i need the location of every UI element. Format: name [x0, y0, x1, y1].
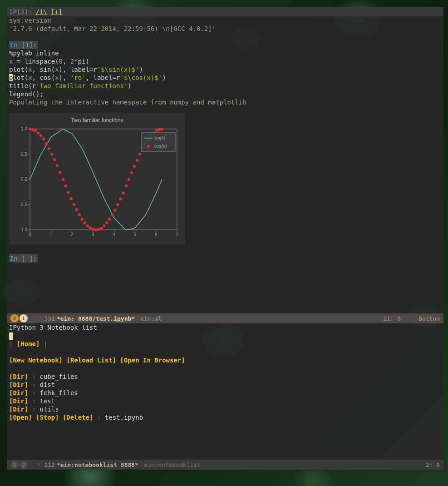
svg-point-38: [59, 171, 61, 174]
svg-point-63: [128, 178, 130, 181]
svg-point-64: [130, 171, 133, 174]
home-link[interactable]: [Home]: [17, 340, 40, 347]
code-line[interactable]: title(r'Two familiar functions'): [7, 82, 443, 90]
svg-point-43: [73, 203, 75, 206]
list-item: [Dir] : cube_files: [9, 372, 442, 381]
svg-point-65: [133, 165, 136, 168]
badge-window-number: 2: [10, 461, 19, 469]
tab-current[interactable]: /1\: [36, 8, 47, 15]
dir-link[interactable]: [Dir]: [9, 381, 28, 388]
dir-link[interactable]: [Dir]: [9, 373, 28, 380]
chart-title: Two familiar functions: [13, 116, 182, 124]
stop-button[interactable]: [Stop]: [36, 414, 59, 421]
svg-point-31: [39, 134, 42, 137]
modeline-bottom: 2 2 * 212 *ein:notebooklist 8888* ein:no…: [7, 460, 443, 470]
list-item: [Open] [Stop] [Delete] : test.ipynb: [9, 413, 442, 422]
cell-prompt: In [1]:: [7, 41, 443, 49]
new-notebook-button[interactable]: [New Notebook]: [9, 357, 63, 364]
svg-point-62: [125, 184, 128, 187]
svg-point-42: [70, 197, 73, 200]
code-line[interactable]: %pylab inline: [7, 49, 443, 57]
buffer-name: *ein:notebooklist 8888*: [57, 461, 138, 468]
cursor: [9, 332, 13, 340]
badge-buffer-number: 2: [20, 461, 28, 469]
svg-point-73: [155, 129, 158, 132]
notebook-pane[interactable]: IP[3]: /1\ [+] sys.version '2.7.6 (defau…: [7, 7, 443, 313]
svg-text:1: 1: [50, 232, 53, 237]
notebook-name: test.ipynb: [105, 414, 143, 421]
svg-point-50: [92, 228, 94, 231]
delete-button[interactable]: [Delete]: [63, 414, 93, 421]
svg-point-57: [111, 213, 113, 216]
svg-point-47: [84, 221, 86, 224]
svg-point-51: [94, 228, 97, 231]
svg-point-79: [147, 145, 150, 148]
separator-icon: –: [30, 315, 40, 322]
dir-link[interactable]: [Dir]: [9, 389, 28, 397]
emacs-frame: IP[3]: /1\ [+] sys.version '2.7.6 (defau…: [7, 7, 443, 470]
open-browser-button[interactable]: [Open In Browser]: [120, 357, 185, 364]
dir-link[interactable]: [Dir]: [9, 397, 28, 405]
reload-list-button[interactable]: [Reload List]: [66, 357, 116, 364]
badge-buffer-number: 1: [20, 314, 28, 322]
code-line[interactable]: plot(x, cos(x), 'ro', label=r'$\cos(x)$'…: [7, 74, 443, 82]
modeline-top: 2 1 – 331 *ein: 8888/test.ipynb* ein:ml …: [7, 313, 443, 323]
dir-link[interactable]: [Dir]: [9, 406, 28, 413]
code-line[interactable]: plot(x, sin(x), label=r'$\sin(x)$'): [7, 65, 443, 74]
svg-text:3: 3: [92, 232, 94, 237]
plot-output: Two familiar functions 01234567-1.0-0.50…: [9, 113, 185, 244]
svg-point-32: [42, 138, 45, 140]
chart-svg: 01234567-1.0-0.50.00.51.0sin(x)cos(x): [13, 126, 182, 239]
svg-point-45: [78, 213, 81, 216]
modeline-position: 11: 0 Bottom: [383, 315, 443, 322]
list-item: [Dir] : utils: [9, 405, 442, 413]
svg-text:0.0: 0.0: [21, 177, 27, 182]
svg-text:5: 5: [134, 232, 137, 237]
notebooklist-pane[interactable]: IPython 3 Notebook list | [Home] | [New …: [7, 323, 443, 470]
notebooklist-title: IPython 3 Notebook list: [9, 323, 442, 332]
open-button[interactable]: [Open]: [9, 414, 32, 421]
output-line: sys.version: [7, 16, 443, 25]
svg-point-59: [116, 203, 119, 206]
tab-header: IP[3]: /1\ [+]: [7, 7, 443, 16]
dir-name: cube_files: [39, 373, 78, 380]
svg-point-33: [45, 142, 48, 145]
svg-point-66: [136, 159, 138, 162]
svg-point-29: [34, 129, 37, 132]
tab-new-button[interactable]: [+]: [51, 8, 62, 15]
dir-name: utils: [39, 406, 59, 413]
buffer-name: *ein: 8888/test.ipynb*: [57, 315, 135, 322]
output-line: '2.7.6 (default, Mar 22 2014, 22:59:56) …: [7, 25, 443, 33]
svg-text:1.0: 1.0: [21, 126, 27, 131]
svg-text:sin(x): sin(x): [154, 135, 165, 140]
empty-cell[interactable]: [7, 263, 443, 271]
svg-point-61: [122, 192, 124, 194]
svg-point-54: [103, 224, 105, 227]
svg-point-52: [97, 228, 100, 231]
svg-point-36: [53, 159, 56, 161]
notebooklist-content[interactable]: IPython 3 Notebook list | [Home] | [New …: [7, 323, 443, 460]
major-mode: ein:notebooklist: [144, 461, 201, 468]
dir-name: test: [39, 397, 55, 405]
list-item: [Dir] : dist: [9, 381, 442, 389]
svg-text:0.5: 0.5: [21, 152, 27, 157]
svg-point-35: [50, 153, 53, 155]
notebook-content[interactable]: sys.version '2.7.6 (default, Mar 22 2014…: [7, 16, 443, 313]
list-item: [Dir] : test: [9, 397, 442, 405]
code-line[interactable]: x = linspace(0, 2*pi): [7, 57, 443, 65]
code-line[interactable]: legend();: [7, 90, 443, 98]
svg-text:-1.0: -1.0: [20, 227, 28, 232]
svg-point-75: [160, 128, 163, 130]
line-count: 331: [44, 315, 54, 322]
blank-line: [7, 106, 443, 111]
svg-point-27: [29, 128, 31, 130]
major-mode: ein:ml: [140, 315, 162, 322]
svg-point-48: [86, 224, 89, 227]
svg-point-74: [158, 128, 160, 131]
svg-text:0: 0: [29, 232, 31, 237]
svg-point-37: [56, 164, 59, 167]
svg-point-49: [89, 226, 92, 229]
separator-icon: *: [30, 461, 40, 468]
svg-point-58: [113, 209, 116, 212]
line-count: 212: [44, 461, 54, 468]
